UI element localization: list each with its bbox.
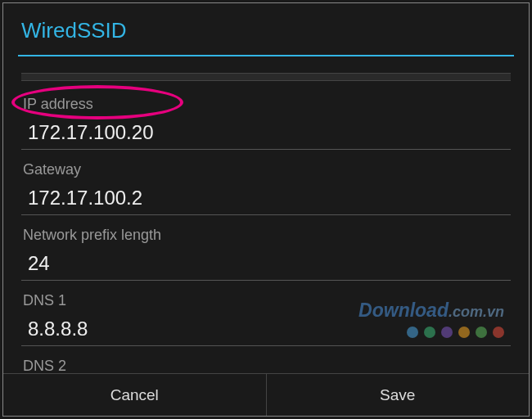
field-ip-address: IP address <box>21 96 511 150</box>
dialog-title: WiredSSID <box>21 18 511 55</box>
label-gateway: Gateway <box>21 161 511 178</box>
input-gateway[interactable] <box>21 183 511 215</box>
title-divider <box>18 55 514 56</box>
input-dns1[interactable] <box>21 314 511 346</box>
input-prefix[interactable] <box>21 249 511 281</box>
cancel-button[interactable]: Cancel <box>3 374 266 416</box>
field-dns2: DNS 2 <box>21 358 511 373</box>
save-button[interactable]: Save <box>266 374 530 416</box>
field-prefix: Network prefix length <box>21 227 511 281</box>
input-ip-address[interactable] <box>21 118 511 150</box>
label-prefix: Network prefix length <box>21 227 511 244</box>
section-bar <box>21 73 511 81</box>
label-dns2: DNS 2 <box>21 358 511 373</box>
field-dns1: DNS 1 <box>21 292 511 346</box>
label-dns1: DNS 1 <box>21 292 511 309</box>
field-gateway: Gateway <box>21 161 511 215</box>
button-bar: Cancel Save <box>3 373 529 416</box>
label-ip-address: IP address <box>21 96 511 113</box>
dialog-content: WiredSSID IP address Gateway Network pre… <box>3 3 529 373</box>
dialog-frame: WiredSSID IP address Gateway Network pre… <box>2 2 530 417</box>
